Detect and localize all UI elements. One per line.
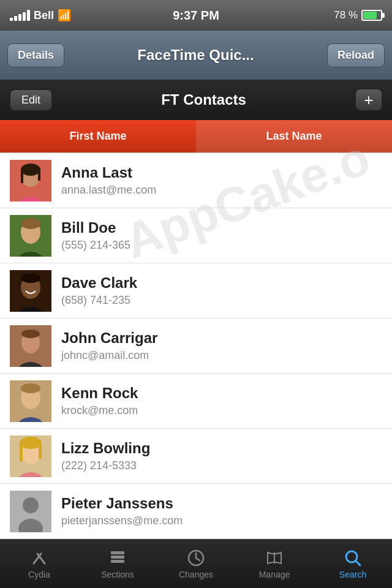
avatar (10, 160, 51, 202)
list-item[interactable]: Dave Clark (658) 741-235 (0, 263, 392, 318)
reload-button[interactable]: Reload (327, 43, 385, 67)
tab-cydia-label: Cydia (28, 570, 50, 579)
svg-rect-4 (21, 170, 23, 183)
sort-header: First Name Last Name (0, 120, 392, 153)
avatar-dave-svg (10, 270, 51, 312)
nav-bar: Details FaceTime Quic... Reload (0, 31, 392, 80)
avatar (10, 380, 51, 422)
sort-lastname-button[interactable]: Last Name (196, 120, 392, 153)
tab-changes-label: Changes (179, 570, 213, 579)
contact-list: Anna Last anna.last@me.com Bill Doe (555… (0, 153, 392, 539)
sections-icon (108, 549, 127, 567)
avatar-lizz-svg (10, 435, 51, 477)
list-item[interactable]: John Carrigar johnc@amail.com (0, 318, 392, 374)
svg-point-9 (21, 218, 40, 229)
battery-percent: 78 % (334, 9, 358, 21)
list-item[interactable]: Bill Doe (555) 214-365 (0, 208, 392, 263)
tab-manage[interactable]: Manage (235, 549, 314, 579)
tab-bar: Cydia Sections Changes Manage (0, 539, 392, 588)
svg-line-41 (356, 561, 360, 565)
contact-name: Anna Last (61, 164, 382, 181)
avatar-anna-svg (10, 160, 51, 202)
battery-icon (361, 10, 382, 21)
status-right: 78 % (334, 9, 382, 21)
contact-info: Dave Clark (658) 741-235 (61, 274, 382, 307)
tab-sections-label: Sections (101, 570, 134, 579)
contact-info: Bill Doe (555) 214-365 (61, 219, 382, 252)
contact-name: John Carrigar (61, 330, 382, 347)
contacts-title: FT Contacts (52, 91, 355, 108)
list-item[interactable]: Kenn Rock krock@me.com (0, 374, 392, 429)
signal-icon (10, 10, 30, 21)
contact-info: Anna Last anna.last@me.com (61, 164, 382, 197)
contact-detail: anna.last@me.com (61, 184, 382, 197)
wifi-icon: 📶 (58, 9, 71, 22)
list-item[interactable]: Pieter Janssens pieterjanssens@me.com (0, 484, 392, 539)
tab-search[interactable]: Search (314, 549, 392, 579)
contact-info: Kenn Rock krock@me.com (61, 385, 382, 417)
svg-line-38 (196, 558, 200, 560)
list-item[interactable]: Anna Last anna.last@me.com (0, 153, 392, 208)
tab-changes[interactable]: Changes (157, 549, 235, 579)
cydia-icon (30, 549, 48, 567)
nav-title: FaceTime Quic... (64, 47, 327, 64)
svg-point-25 (20, 437, 42, 449)
svg-rect-27 (39, 444, 42, 459)
sort-firstname-button[interactable]: First Name (0, 120, 196, 153)
contact-info: Pieter Janssens pieterjanssens@me.com (61, 495, 382, 527)
contact-detail: (658) 741-235 (61, 294, 382, 307)
svg-rect-35 (111, 560, 124, 563)
contact-detail: krock@me.com (61, 404, 382, 417)
svg-point-29 (23, 497, 39, 513)
search-icon (344, 549, 362, 567)
contact-detail: (222) 214-5333 (61, 459, 382, 472)
avatar (10, 491, 51, 532)
contact-name: Bill Doe (61, 219, 382, 236)
contact-detail: (555) 214-365 (61, 239, 382, 252)
svg-rect-5 (38, 170, 40, 181)
contact-name: Dave Clark (61, 274, 382, 292)
manage-icon (265, 549, 284, 567)
carrier-name: Bell (34, 9, 54, 22)
tab-cydia[interactable]: Cydia (0, 549, 78, 579)
status-time: 9:37 PM (173, 9, 219, 23)
contact-info: Lizz Bowling (222) 214-5333 (61, 440, 382, 472)
avatar (10, 325, 51, 367)
list-item[interactable]: Lizz Bowling (222) 214-5333 (0, 429, 392, 484)
contacts-header: Edit FT Contacts + (0, 80, 392, 120)
contact-detail: pieterjanssens@me.com (61, 514, 382, 527)
svg-rect-34 (111, 556, 124, 559)
avatar-bill-svg (10, 215, 51, 257)
contact-name: Lizz Bowling (61, 440, 382, 457)
tab-sections[interactable]: Sections (78, 549, 157, 579)
avatar-pieter-svg (10, 491, 51, 532)
avatar-john-svg (10, 325, 51, 367)
svg-rect-26 (20, 444, 23, 461)
battery-fill (363, 12, 377, 19)
svg-point-17 (21, 330, 40, 338)
svg-point-21 (21, 383, 40, 393)
avatar (10, 435, 51, 477)
avatar (10, 270, 51, 312)
details-button[interactable]: Details (7, 43, 64, 67)
edit-button[interactable]: Edit (10, 89, 52, 111)
tab-search-label: Search (339, 570, 366, 579)
contact-detail: johnc@amail.com (61, 349, 382, 362)
changes-icon (187, 549, 205, 567)
svg-rect-33 (111, 551, 124, 554)
status-bar: Bell 📶 9:37 PM 78 % (0, 0, 392, 31)
avatar-kenn-svg (10, 380, 51, 422)
add-contact-button[interactable]: + (355, 89, 382, 111)
avatar (10, 215, 51, 257)
tab-manage-label: Manage (259, 570, 290, 579)
contact-name: Kenn Rock (61, 385, 382, 402)
contact-name: Pieter Janssens (61, 495, 382, 512)
svg-point-3 (21, 164, 40, 176)
contact-info: John Carrigar johnc@amail.com (61, 330, 382, 362)
status-left: Bell 📶 (10, 9, 71, 22)
svg-point-13 (21, 273, 40, 283)
